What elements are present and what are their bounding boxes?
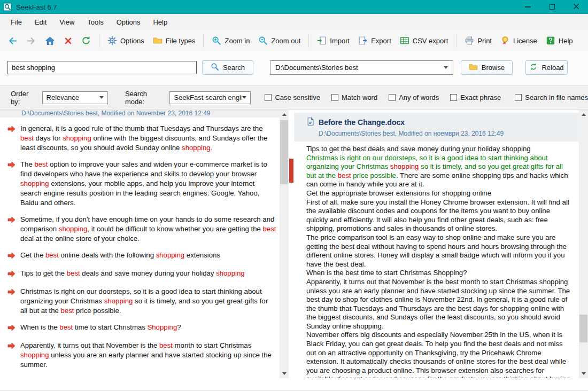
import-button[interactable]: Import <box>313 33 354 48</box>
scroll-up-icon[interactable] <box>280 110 289 119</box>
result-snippet[interactable]: The best option to improve your sales an… <box>7 160 276 208</box>
license-label: License <box>513 37 537 45</box>
checkbox-any-of-words[interactable]: Any of words <box>389 93 439 101</box>
preview-pane: Before the Change.docx D:\Documents\Stor… <box>294 110 579 378</box>
checkbox-search-in-file-names[interactable]: Search in file names <box>515 93 588 101</box>
menu-help[interactable]: Help <box>146 15 174 29</box>
arrow-bullet-icon <box>7 161 16 208</box>
forward-arrow-icon <box>26 36 36 46</box>
home-button[interactable] <box>41 33 59 49</box>
folder-path-dropdown[interactable]: D:\Documents\Stories best <box>270 60 453 75</box>
menu-bar: File Edit View Tools Options Help <box>0 14 588 30</box>
csv-export-button[interactable]: CSV export <box>396 33 452 48</box>
print-button[interactable]: Print <box>460 33 496 48</box>
arrow-bullet-icon <box>7 252 16 262</box>
checkbox-label: Any of words <box>399 93 439 101</box>
checkbox-box <box>331 94 338 101</box>
preview-file-meta: D:\Documents\Stories best, Modified on н… <box>306 130 574 137</box>
toolbar: Options File types Zoom in Zoom out Impo… <box>0 30 588 51</box>
right-scrollbar-thumb[interactable] <box>579 315 587 342</box>
refresh-icon <box>81 36 91 45</box>
menu-view[interactable]: View <box>53 15 81 29</box>
search-mode-dropdown[interactable]: SeekFast search engine <box>169 91 251 104</box>
scroll-down-icon[interactable] <box>280 369 289 378</box>
preview-paragraph: November offers big discounts and especi… <box>306 331 572 378</box>
maximize-button[interactable] <box>540 0 564 14</box>
printer-icon <box>465 36 474 45</box>
options-button[interactable]: Options <box>103 33 149 48</box>
preview-paragraph: When is the best time to start Christmas… <box>306 269 572 278</box>
snippet-text: Sometime, if you don't have enough time … <box>20 215 276 244</box>
result-snippet[interactable]: In general, it is a good rule of the thu… <box>7 124 276 153</box>
order-by-value: Relevance <box>47 93 99 101</box>
preview-paragraph: The price comparison tool is an easy way… <box>306 233 572 269</box>
search-button[interactable]: Search <box>202 60 253 75</box>
arrow-bullet-icon <box>7 288 16 316</box>
preview-header[interactable]: Before the Change.docx D:\Documents\Stor… <box>294 113 579 142</box>
browse-button[interactable]: Browse <box>461 60 513 75</box>
title-bar: SeekFast 6.7 <box>0 0 588 14</box>
reload-button-label: Reload <box>541 64 563 72</box>
match-marker-strip <box>289 110 294 378</box>
toolbar-separator <box>203 34 204 48</box>
right-pane-scrollbar[interactable] <box>579 110 588 378</box>
cancel-button[interactable] <box>59 34 77 48</box>
document-icon <box>306 117 315 128</box>
snippet-text: Get the best online deals with the follo… <box>20 251 220 262</box>
scroll-down-icon[interactable] <box>579 369 588 378</box>
options-label: Options <box>120 37 144 45</box>
result-snippet[interactable]: Apparently, it turns out that November i… <box>7 341 276 370</box>
checkbox-match-word[interactable]: Match word <box>331 93 377 101</box>
folder-path-value: D:\Documents\Stories best <box>275 64 444 72</box>
snippet-text: The best option to improve your sales an… <box>20 160 276 208</box>
license-button[interactable]: License <box>496 33 541 48</box>
reload-icon <box>529 62 538 73</box>
menu-file[interactable]: File <box>4 15 28 29</box>
result-snippet[interactable]: Sometime, if you don't have enough time … <box>7 215 276 244</box>
file-types-icon <box>153 36 163 45</box>
checkbox-label: Exact phrase <box>460 93 501 101</box>
left-scrollbar-thumb[interactable] <box>280 120 288 184</box>
snippet-text: When is the best time to start Christmas… <box>20 323 181 334</box>
checkbox-case-sensitive[interactable]: Case sensitive <box>265 93 320 101</box>
help-button[interactable]: Help <box>541 33 577 48</box>
search-mode-value: SeekFast search engine <box>174 93 242 101</box>
chevron-down-icon <box>444 66 448 69</box>
import-label: Import <box>330 37 350 45</box>
forward-button[interactable] <box>22 33 41 49</box>
left-pane-scrollbar[interactable] <box>280 110 289 378</box>
close-icon <box>573 3 579 11</box>
order-by-dropdown[interactable]: Relevance <box>42 91 108 104</box>
file-types-button[interactable]: File types <box>149 33 200 48</box>
arrow-bullet-icon <box>7 216 16 244</box>
back-button[interactable] <box>3 33 22 49</box>
refresh-button[interactable] <box>77 33 95 48</box>
result-snippet[interactable]: Christmas is right on our doorsteps, so … <box>7 287 276 316</box>
preview-paragraph: Get the appropriate browser extensions f… <box>306 189 572 198</box>
export-icon <box>358 36 368 45</box>
close-button[interactable] <box>564 0 588 14</box>
folder-icon <box>469 62 478 73</box>
search-icon <box>211 62 219 73</box>
menu-tools[interactable]: Tools <box>81 15 110 29</box>
csv-export-label: CSV export <box>413 37 448 45</box>
menu-options[interactable]: Options <box>110 15 147 29</box>
checkbox-exact-phrase[interactable]: Exact phrase <box>450 93 501 101</box>
minimize-button[interactable] <box>516 0 540 14</box>
zoom-in-button[interactable]: Zoom in <box>207 33 254 48</box>
zoom-out-icon <box>258 36 268 45</box>
window-controls <box>516 0 588 14</box>
print-label: Print <box>477 37 492 45</box>
home-icon <box>45 36 55 46</box>
arrow-bullet-icon <box>7 126 16 153</box>
export-button[interactable]: Export <box>354 33 396 48</box>
search-input[interactable] <box>7 61 197 74</box>
result-snippet[interactable]: Get the best online deals with the follo… <box>7 251 276 262</box>
checkbox-box <box>265 94 272 101</box>
result-snippet[interactable]: When is the best time to start Christmas… <box>7 323 276 334</box>
result-snippet[interactable]: Tips to get the best deals and save mone… <box>7 269 276 280</box>
zoom-out-button[interactable]: Zoom out <box>254 33 305 48</box>
reload-button[interactable]: Reload <box>525 60 568 75</box>
menu-edit[interactable]: Edit <box>28 15 53 29</box>
scroll-up-icon[interactable] <box>579 110 588 119</box>
